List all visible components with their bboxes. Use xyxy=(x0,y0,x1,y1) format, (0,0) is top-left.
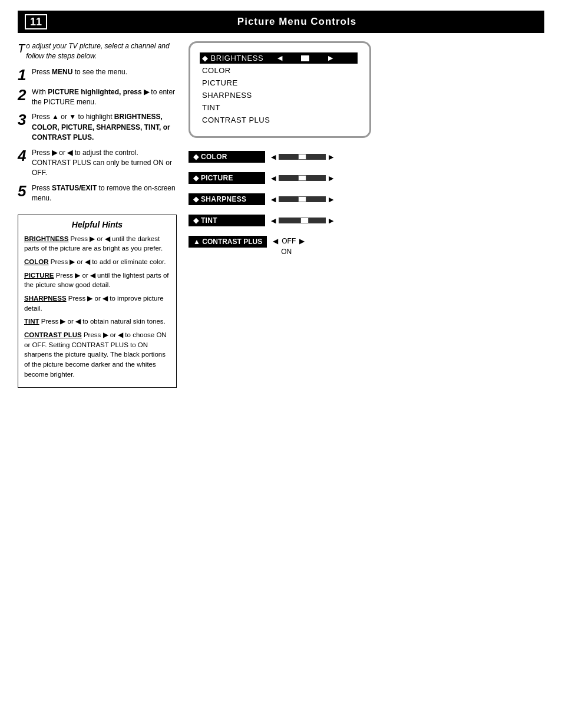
right-column: ◆ BRIGHTNESS ◀ ▶ COLOR PICTURE SHARPNESS xyxy=(189,33,544,388)
page-number: 11 xyxy=(25,14,47,29)
menu-item-color-tv: COLOR xyxy=(200,65,358,76)
sharpness-arrow-right: ▶ xyxy=(329,196,333,203)
contrast-plus-control-label: ▲ CONTRAST PLUS xyxy=(189,236,267,248)
menu-item-picture-tv: PICTURE xyxy=(200,77,358,88)
brightness-slider-indicator xyxy=(301,55,309,61)
sharpness-slider-track xyxy=(279,196,326,202)
color-control-row: ◆ COLOR ◀ ▶ xyxy=(189,151,406,163)
picture-arrow-right: ▶ xyxy=(329,174,333,182)
intro-big-letter: T xyxy=(18,42,25,54)
step-3-number: 3 xyxy=(18,112,28,127)
step-5-number: 5 xyxy=(18,183,28,199)
hint-tint-text: Press ▶ or ◀ to obtain natural skin tone… xyxy=(41,318,166,325)
tint-slider-thumb xyxy=(300,218,309,223)
hint-color-label: COLOR xyxy=(24,258,49,265)
menu-item-tint-tv: TINT xyxy=(200,102,358,113)
brightness-label: ◆ BRIGHTNESS xyxy=(202,54,273,62)
color-control-label: ◆ COLOR xyxy=(189,151,265,163)
color-tv-label: COLOR xyxy=(202,66,273,75)
color-control-slider: ◀ ▶ xyxy=(271,153,333,161)
brightness-arrow-right: ▶ xyxy=(328,54,333,62)
sharpness-control-row: ◆ SHARPNESS ◀ ▶ xyxy=(189,193,406,205)
sharpness-control-label: ◆ SHARPNESS xyxy=(189,193,265,205)
contrast-plus-control-row: ▲ CONTRAST PLUS ◀ OFF ▶ ON xyxy=(189,236,406,257)
hint-sharpness: SHARPNESS Press ▶ or ◀ to improve pictur… xyxy=(24,294,170,313)
step-2: 2 With PICTURE highlighted, press ▶ to e… xyxy=(18,87,177,108)
picture-control-slider: ◀ ▶ xyxy=(271,174,333,182)
contrast-plus-on: ON xyxy=(273,246,305,257)
page-title: Picture Menu Controls xyxy=(57,16,537,28)
steps-container: 1 Press MENU to see the menu. 2 With PIC… xyxy=(18,67,177,204)
tint-tv-label: TINT xyxy=(202,103,273,112)
step-5-text: Press STATUS/EXIT to remove the on-scree… xyxy=(32,183,177,204)
menu-item-contrast-plus-tv: CONTRAST PLUS xyxy=(200,114,358,126)
sharpness-control-slider: ◀ ▶ xyxy=(271,196,333,203)
left-column: T o adjust your TV picture, select a cha… xyxy=(18,33,177,388)
step-1: 1 Press MENU to see the menu. xyxy=(18,67,177,83)
tint-control-slider: ◀ ▶ xyxy=(271,217,333,225)
brightness-slider-area: ◀ ▶ xyxy=(277,54,333,62)
sharpness-slider-thumb xyxy=(298,196,306,202)
color-arrow-right: ▶ xyxy=(329,153,333,161)
hint-sharpness-label: SHARPNESS xyxy=(24,295,67,302)
hint-picture-label: PICTURE xyxy=(24,272,54,279)
picture-control-row: ◆ PICTURE ◀ ▶ xyxy=(189,172,406,184)
step-4-text: Press ▶ or ◀ to adjust the control.CONTR… xyxy=(32,148,177,179)
contrast-plus-options: ◀ OFF ▶ ON xyxy=(273,236,305,257)
picture-control-label: ◆ PICTURE xyxy=(189,172,265,184)
step-1-number: 1 xyxy=(18,67,28,83)
hint-brightness: BRIGHTNESS Press ▶ or ◀ until the darkes… xyxy=(24,234,170,253)
tint-control-label: ◆ TINT xyxy=(189,215,265,226)
hint-tint: TINT Press ▶ or ◀ to obtain natural skin… xyxy=(24,317,170,327)
tint-arrow-left: ◀ xyxy=(271,217,276,225)
picture-arrow-left: ◀ xyxy=(271,174,276,182)
step-1-text: Press MENU to see the menu. xyxy=(32,67,127,77)
step-5: 5 Press STATUS/EXIT to remove the on-scr… xyxy=(18,183,177,204)
step-4-number: 4 xyxy=(18,148,28,163)
step-2-number: 2 xyxy=(18,87,28,103)
picture-slider-thumb xyxy=(298,175,306,181)
hint-contrast-plus-label: CONTRAST PLUS xyxy=(24,331,82,338)
hint-contrast-plus: CONTRAST PLUS Press ▶ or ◀ to choose ON … xyxy=(24,330,170,379)
color-slider-thumb xyxy=(298,154,306,160)
hints-title: Helpful Hints xyxy=(24,220,170,229)
main-content: T o adjust your TV picture, select a cha… xyxy=(18,33,544,388)
sharpness-arrow-left: ◀ xyxy=(271,196,276,203)
hint-picture: PICTURE Press ▶ or ◀ until the lightest … xyxy=(24,271,170,290)
menu-item-sharpness-tv: SHARPNESS xyxy=(200,90,358,101)
contrast-plus-options-row: ◀ OFF ▶ xyxy=(273,236,305,246)
step-3-text: Press ▲ or ▼ to highlight BRIGHTNESS, CO… xyxy=(32,112,177,143)
brightness-arrow-left: ◀ xyxy=(277,54,282,62)
contrast-plus-arrow-left: ◀ xyxy=(273,236,278,246)
intro-body: o adjust your TV picture, select a chann… xyxy=(26,42,169,60)
color-slider-track xyxy=(279,154,326,160)
tv-screen: ◆ BRIGHTNESS ◀ ▶ COLOR PICTURE SHARPNESS xyxy=(189,41,371,138)
color-arrow-left: ◀ xyxy=(271,153,276,161)
picture-tv-label: PICTURE xyxy=(202,78,273,87)
hint-tint-label: TINT xyxy=(24,318,39,325)
page-header: 11 Picture Menu Controls xyxy=(18,11,544,33)
tint-slider-track xyxy=(279,218,326,223)
hint-color: COLOR Press ▶ or ◀ to add or eliminate c… xyxy=(24,257,170,267)
picture-slider-track xyxy=(279,175,326,181)
tint-control-row: ◆ TINT ◀ ▶ xyxy=(189,215,406,226)
brightness-slider-bar xyxy=(285,55,326,61)
contrast-plus-off: OFF xyxy=(282,236,296,246)
helpful-hints-box: Helpful Hints BRIGHTNESS Press ▶ or ◀ un… xyxy=(18,215,177,388)
tint-arrow-right: ▶ xyxy=(329,217,333,225)
step-3: 3 Press ▲ or ▼ to highlight BRIGHTNESS, … xyxy=(18,112,177,143)
intro-text: T o adjust your TV picture, select a cha… xyxy=(18,41,177,61)
hint-brightness-label: BRIGHTNESS xyxy=(24,235,68,242)
contrast-plus-tv-label: CONTRAST PLUS xyxy=(202,116,273,124)
contrast-plus-arrow-right: ▶ xyxy=(299,236,305,246)
step-2-text: With PICTURE highlighted, press ▶ to ent… xyxy=(32,87,177,108)
hint-color-text: Press ▶ or ◀ to add or eliminate color. xyxy=(51,258,166,265)
sharpness-tv-label: SHARPNESS xyxy=(202,91,273,100)
step-4: 4 Press ▶ or ◀ to adjust the control.CON… xyxy=(18,148,177,179)
menu-item-brightness: ◆ BRIGHTNESS ◀ ▶ xyxy=(200,52,358,64)
